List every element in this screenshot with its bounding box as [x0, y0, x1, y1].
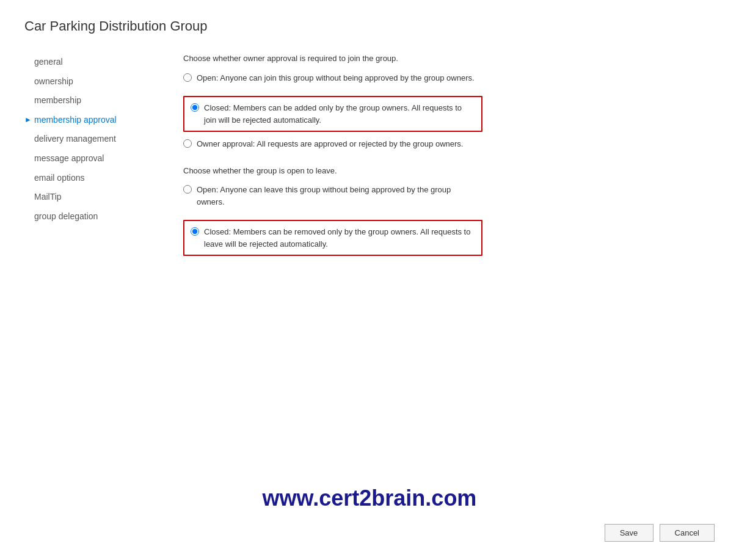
join-closed-option[interactable]: Closed: Members can be added only by the…: [191, 102, 475, 126]
join-description: Choose whether owner approval is require…: [183, 53, 489, 65]
join-closed-radio[interactable]: [191, 103, 199, 112]
sidebar-item-label: ownership: [34, 76, 73, 88]
sidebar-item-membership[interactable]: membership: [24, 91, 159, 111]
save-button[interactable]: Save: [605, 524, 653, 542]
join-closed-label[interactable]: Closed: Members can be added only by the…: [204, 102, 475, 126]
sidebar-item-label: membership approval: [34, 114, 117, 126]
leave-closed-radio[interactable]: [191, 227, 199, 236]
sidebar-item-label: group delegation: [34, 211, 98, 223]
sidebar-item-message-approval[interactable]: message approval: [24, 149, 159, 169]
sidebar-item-label: membership: [34, 95, 81, 107]
cancel-button[interactable]: Cancel: [660, 524, 715, 542]
leave-closed-option[interactable]: Closed: Members can be removed only by t…: [191, 226, 475, 250]
dialog-container: Car Parking Distribution Group general o…: [0, 0, 739, 560]
sidebar-item-delivery-management[interactable]: delivery management: [24, 129, 159, 149]
leave-closed-option-boxed: Closed: Members can be removed only by t…: [183, 220, 482, 256]
sidebar-item-label: delivery management: [34, 133, 116, 145]
leave-description: Choose whether the group is open to leav…: [183, 165, 489, 177]
join-owner-approval-label[interactable]: Owner approval: All requests are approve…: [197, 138, 463, 150]
sidebar-item-label: general: [34, 56, 63, 68]
leave-closed-label[interactable]: Closed: Members can be removed only by t…: [204, 226, 475, 250]
join-closed-option-boxed: Closed: Members can be added only by the…: [183, 96, 482, 132]
sidebar-item-label: email options: [34, 172, 85, 184]
main-content: Choose whether owner approval is require…: [183, 53, 715, 262]
dialog-footer: Save Cancel: [605, 524, 715, 542]
sidebar-item-email-options[interactable]: email options: [24, 169, 159, 188]
dialog-title: Car Parking Distribution Group: [24, 18, 715, 34]
join-owner-approval-option[interactable]: Owner approval: All requests are approve…: [183, 138, 715, 150]
sidebar-item-membership-approval[interactable]: ► membership approval: [24, 111, 159, 130]
join-open-option[interactable]: Open: Anyone can join this group without…: [183, 72, 715, 84]
sidebar-item-mailtip[interactable]: MailTip: [24, 187, 159, 207]
active-arrow-icon: ►: [24, 115, 32, 125]
join-owner-approval-radio[interactable]: [183, 139, 192, 148]
sidebar-item-ownership[interactable]: ownership: [24, 72, 159, 92]
leave-open-radio[interactable]: [183, 185, 192, 194]
watermark: www.cert2brain.com: [263, 485, 477, 511]
dialog-body: general ownership membership ► membershi…: [24, 53, 715, 262]
leave-open-label[interactable]: Open: Anyone can leave this group withou…: [197, 184, 478, 208]
sidebar-item-label: message approval: [34, 153, 104, 165]
sidebar: general ownership membership ► membershi…: [24, 53, 159, 262]
sidebar-item-group-delegation[interactable]: group delegation: [24, 207, 159, 227]
leave-open-option[interactable]: Open: Anyone can leave this group withou…: [183, 184, 715, 208]
sidebar-item-label: MailTip: [34, 191, 62, 203]
join-open-label[interactable]: Open: Anyone can join this group without…: [197, 72, 475, 84]
join-open-radio[interactable]: [183, 73, 192, 82]
sidebar-item-general[interactable]: general: [24, 53, 159, 72]
